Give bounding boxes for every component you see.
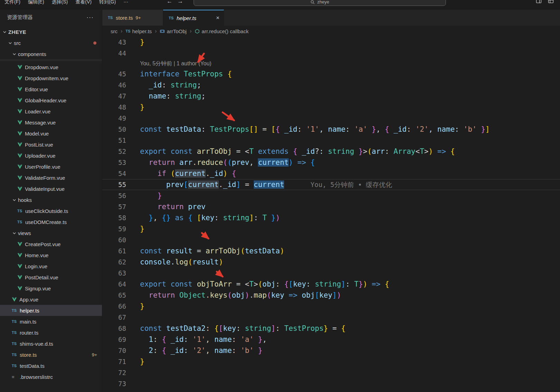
tree-file-PostDetail.vue[interactable]: PostDetail.vue: [0, 272, 102, 283]
code-line-49[interactable]: 49: [102, 113, 560, 124]
tree-file-ValidateInput.vue[interactable]: ValidateInput.vue: [0, 183, 102, 194]
code-line-64[interactable]: 64export const objToArr = <T>(obj: {[key…: [102, 279, 560, 290]
tree-file-main.ts[interactable]: TSmain.ts: [0, 316, 102, 327]
code-line-53[interactable]: 53 return arr.reduce((prev, current) => …: [102, 157, 560, 168]
tree-item-label: ValidateForm.vue: [25, 175, 65, 181]
ts-file-icon: TS: [12, 342, 17, 346]
tree-file-Loader.vue[interactable]: Loader.vue: [0, 106, 102, 117]
vue-file-icon: [17, 165, 22, 169]
code-line-61[interactable]: 61const result = arrToObj(testData): [102, 245, 560, 256]
codelens-annotation[interactable]: You, 5分钟前 | 1 author (You): [102, 59, 560, 68]
tree-file-PostList.vue[interactable]: PostList.vue: [0, 139, 102, 150]
tree-folder-views[interactable]: views: [0, 227, 102, 239]
code-line-51[interactable]: 51: [102, 135, 560, 146]
menu-item-3[interactable]: 查看(V): [72, 0, 95, 6]
code-line-68[interactable]: 68const testData2: {[key: string]: TestP…: [102, 323, 560, 334]
tree-file-useDOMCreate.ts[interactable]: TSuseDOMCreate.ts: [0, 216, 102, 227]
code-line-43[interactable]: 43}: [102, 37, 560, 48]
code-line-67[interactable]: 67: [102, 312, 560, 323]
tree-file-Home.vue[interactable]: Home.vue: [0, 250, 102, 261]
line-number: 66: [102, 301, 126, 312]
command-center-search[interactable]: zheye: [194, 0, 446, 6]
tree-folder-src[interactable]: src: [0, 37, 102, 48]
code-line-73[interactable]: 73: [102, 378, 560, 389]
code-line-44[interactable]: 44: [102, 48, 560, 59]
ts-file-icon: TS: [125, 29, 130, 33]
code-line-55[interactable]: 55 prev[current._id] = currentYou, 5分钟前 …: [102, 179, 560, 190]
tree-file-Dropdown.vue[interactable]: Dropdown.vue: [0, 62, 102, 73]
tree-file-shims-vue.d.ts[interactable]: TSshims-vue.d.ts: [0, 338, 102, 349]
line-number: 72: [102, 367, 126, 378]
breadcrumb-symbol-arrToObj[interactable]: arrToObj: [160, 28, 187, 34]
menu-item-5[interactable]: ···: [120, 0, 132, 6]
tree-folder-components[interactable]: components: [0, 48, 102, 59]
line-number: 45: [102, 68, 126, 80]
vue-file-icon: [17, 176, 22, 180]
code-line-62[interactable]: 62console.log(result): [102, 256, 560, 268]
tree-file-router.ts[interactable]: TSrouter.ts: [0, 327, 102, 338]
code-line-70[interactable]: 70 2: { _id: '2', name: 'b' }: [102, 345, 560, 356]
code-line-48[interactable]: 48}: [102, 102, 560, 113]
menu-item-4[interactable]: 转到(G): [95, 0, 120, 6]
tree-file-helper.ts[interactable]: TShelper.ts: [0, 305, 102, 316]
tree-file-Login.vue[interactable]: Login.vue: [0, 261, 102, 272]
tree-file-store.ts[interactable]: TSstore.ts9+: [0, 349, 102, 360]
code-editor[interactable]: 43}44You, 5分钟前 | 1 author (You)45interfa…: [102, 37, 560, 392]
code-line-52[interactable]: 52export const arrToObj = <T extends { _…: [102, 146, 560, 157]
tree-item-label: .browserslistrc: [20, 374, 53, 380]
tree-item-label: PostDetail.vue: [25, 274, 58, 280]
code-line-65[interactable]: 65 return Object.keys(obj).map(key => ob…: [102, 290, 560, 301]
tab-helper-ts[interactable]: TS helper.ts ×: [163, 10, 224, 26]
tree-folder-ZHEYE[interactable]: ZHEYE: [0, 26, 102, 37]
tree-file-Signup.vue[interactable]: Signup.vue: [0, 283, 102, 294]
close-tab-icon[interactable]: ×: [216, 15, 220, 21]
tree-item-label: Home.vue: [25, 252, 48, 258]
tree-file-useClickOutside.ts[interactable]: TSuseClickOutside.ts: [0, 205, 102, 216]
code-lines: 43}44You, 5分钟前 | 1 author (You)45interfa…: [102, 37, 560, 389]
explorer-more-actions-icon[interactable]: ···: [86, 14, 94, 21]
menu-item-2[interactable]: 选择(S): [48, 0, 72, 6]
tree-file-UserProfile.vue[interactable]: UserProfile.vue: [0, 161, 102, 172]
customize-layout-icon[interactable]: [548, 0, 554, 5]
code-line-45[interactable]: 45interface TestProps {: [102, 68, 560, 80]
code-line-47[interactable]: 47 name: string;: [102, 91, 560, 102]
code-line-69[interactable]: 69 1: { _id: '1', name: 'a' },: [102, 334, 560, 345]
breadcrumb-src[interactable]: src: [111, 28, 118, 34]
tree-file-testData.ts[interactable]: TStestData.ts: [0, 360, 102, 371]
tab-store-ts[interactable]: TS store.ts 9+: [102, 10, 163, 26]
code-line-54[interactable]: 54 if (current._id) {: [102, 168, 560, 179]
tree-file-Uploader.vue[interactable]: Uploader.vue: [0, 150, 102, 161]
code-line-58[interactable]: 58 }, {} as { [key: string]: T }): [102, 212, 560, 223]
code-line-56[interactable]: 56 }: [102, 190, 560, 201]
toggle-panel-icon[interactable]: [536, 0, 542, 5]
tree-file-App.vue[interactable]: App.vue: [0, 294, 102, 305]
code-line-66[interactable]: 66}: [102, 301, 560, 312]
tree-file-Message.vue[interactable]: Message.vue: [0, 117, 102, 128]
tree-file-ValidateForm.vue[interactable]: ValidateForm.vue: [0, 172, 102, 183]
menu-item-0[interactable]: 文件(F): [1, 0, 24, 6]
code-line-57[interactable]: 57 return prev: [102, 201, 560, 212]
code-line-71[interactable]: 71}: [102, 356, 560, 367]
line-number: 43: [102, 37, 126, 48]
tree-file-.browserslistrc[interactable]: ≡.browserslistrc: [0, 371, 102, 382]
tree-file-Model.vue[interactable]: Model.vue: [0, 128, 102, 139]
tree-file-Editor.vue[interactable]: Editor.vue: [0, 84, 102, 95]
vue-file-icon: [17, 142, 22, 147]
code-line-63[interactable]: 63: [102, 268, 560, 279]
code-line-72[interactable]: 72: [102, 367, 560, 378]
code-line-59[interactable]: 59}: [102, 223, 560, 234]
config-file-icon: ≡: [12, 374, 17, 380]
code-line-50[interactable]: 50const testData: TestProps[] = [{ _id: …: [102, 124, 560, 135]
navigate-back-icon[interactable]: ←: [167, 0, 172, 5]
tree-file-GlobalHeader.vue[interactable]: GlobalHeader.vue: [0, 95, 102, 106]
menu-item-1[interactable]: 编辑(E): [24, 0, 48, 6]
breadcrumb-file[interactable]: TS helper.ts: [125, 28, 152, 34]
tree-folder-hooks[interactable]: hooks: [0, 194, 102, 205]
breadcrumb-symbol-callback[interactable]: arr.reduce() callback: [195, 28, 249, 34]
code-line-46[interactable]: 46 _id: string;: [102, 80, 560, 91]
navigate-forward-icon[interactable]: →: [177, 0, 183, 5]
tree-file-CreatePost.vue[interactable]: CreatePost.vue: [0, 239, 102, 250]
line-number: 58: [102, 212, 126, 223]
code-line-60[interactable]: 60: [102, 234, 560, 245]
tree-file-DropdownItem.vue[interactable]: DropdownItem.vue: [0, 73, 102, 84]
